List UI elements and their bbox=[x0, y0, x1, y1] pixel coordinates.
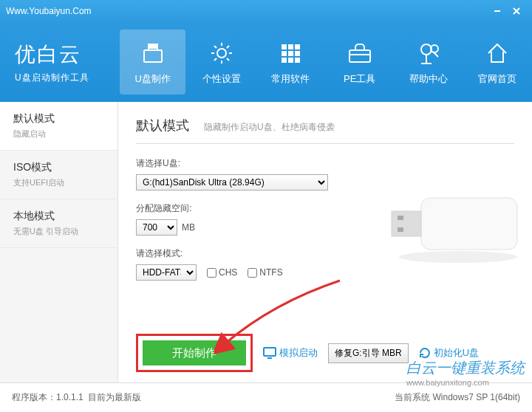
svg-rect-15 bbox=[288, 58, 293, 63]
svg-rect-11 bbox=[282, 51, 287, 56]
init-button[interactable]: 初始化U盘 bbox=[419, 346, 479, 360]
svg-rect-12 bbox=[288, 51, 293, 56]
nav-help[interactable]: 帮助中心 bbox=[395, 30, 461, 95]
footer-version: 程序版本：1.0.1.1 目前为最新版 bbox=[12, 391, 395, 404]
help-icon bbox=[414, 38, 443, 68]
svg-point-24 bbox=[399, 251, 517, 263]
nav-usb-create[interactable]: U盘制作 bbox=[120, 30, 185, 95]
toolbox-icon bbox=[345, 38, 375, 68]
sidebar-item-local[interactable]: 本地模式 无需U盘 引导启动 bbox=[0, 199, 117, 248]
svg-rect-6 bbox=[154, 46, 156, 48]
minimize-button[interactable] bbox=[488, 4, 507, 18]
window-url: Www.Youbaiyun.Com bbox=[6, 6, 488, 16]
svg-rect-5 bbox=[150, 46, 152, 48]
svg-rect-21 bbox=[392, 211, 421, 236]
disk-select[interactable]: G:(hd1)SanDisk Ultra (28.94G) bbox=[136, 174, 328, 190]
disk-label: 请选择U盘: bbox=[136, 157, 514, 170]
svg-rect-17 bbox=[349, 50, 370, 62]
usb-icon bbox=[138, 38, 168, 68]
nav-software[interactable]: 常用软件 bbox=[258, 30, 324, 95]
nav-pe-tools[interactable]: PE工具 bbox=[327, 30, 392, 95]
svg-rect-14 bbox=[282, 58, 287, 63]
refresh-icon bbox=[419, 347, 431, 359]
space-unit: MB bbox=[182, 222, 195, 233]
svg-rect-25 bbox=[264, 348, 276, 356]
start-button[interactable]: 开始制作 bbox=[143, 340, 246, 365]
svg-rect-8 bbox=[282, 44, 287, 49]
page-subtitle: 隐藏制作启动U盘、杜绝病毒侵袭 bbox=[204, 121, 335, 134]
page-title: 默认模式 bbox=[136, 117, 189, 134]
ntfs-checkbox[interactable]: NTFS bbox=[248, 267, 282, 278]
simulate-button[interactable]: 模拟启动 bbox=[263, 346, 318, 360]
mode-select[interactable]: HDD-FAT32 bbox=[136, 264, 197, 281]
space-select[interactable]: 700 bbox=[136, 219, 177, 236]
nav-home[interactable]: 官网首页 bbox=[465, 30, 531, 95]
repair-button[interactable]: 修复G:引导 MBR bbox=[328, 343, 409, 363]
svg-rect-13 bbox=[295, 51, 300, 56]
svg-point-7 bbox=[217, 49, 226, 58]
svg-rect-9 bbox=[288, 44, 293, 49]
usb-illustration bbox=[384, 183, 532, 272]
sidebar-item-default[interactable]: 默认模式 隐藏启动 bbox=[0, 102, 117, 151]
svg-rect-3 bbox=[144, 50, 162, 62]
svg-rect-23 bbox=[398, 227, 403, 232]
close-button[interactable] bbox=[507, 4, 526, 18]
chs-checkbox[interactable]: CHS bbox=[207, 267, 237, 278]
svg-rect-10 bbox=[295, 44, 300, 49]
svg-rect-22 bbox=[398, 216, 403, 220]
brand-sub: U盘启动制作工具 bbox=[15, 72, 118, 84]
svg-rect-20 bbox=[421, 198, 517, 250]
gear-icon bbox=[207, 38, 236, 68]
start-highlight: 开始制作 bbox=[136, 334, 253, 372]
monitor-icon bbox=[263, 347, 276, 359]
brand: 优白云 U盘启动制作工具 bbox=[0, 41, 118, 84]
apps-icon bbox=[276, 38, 305, 68]
footer-os: 当前系统 Windows7 SP 1(64bit) bbox=[395, 391, 520, 404]
home-icon bbox=[482, 38, 512, 68]
sidebar-item-iso[interactable]: ISO模式 支持UEFI启动 bbox=[0, 151, 117, 199]
brand-title: 优白云 bbox=[15, 41, 118, 69]
svg-point-18 bbox=[421, 44, 432, 55]
nav-personalize[interactable]: 个性设置 bbox=[188, 30, 254, 95]
svg-rect-16 bbox=[295, 58, 300, 63]
